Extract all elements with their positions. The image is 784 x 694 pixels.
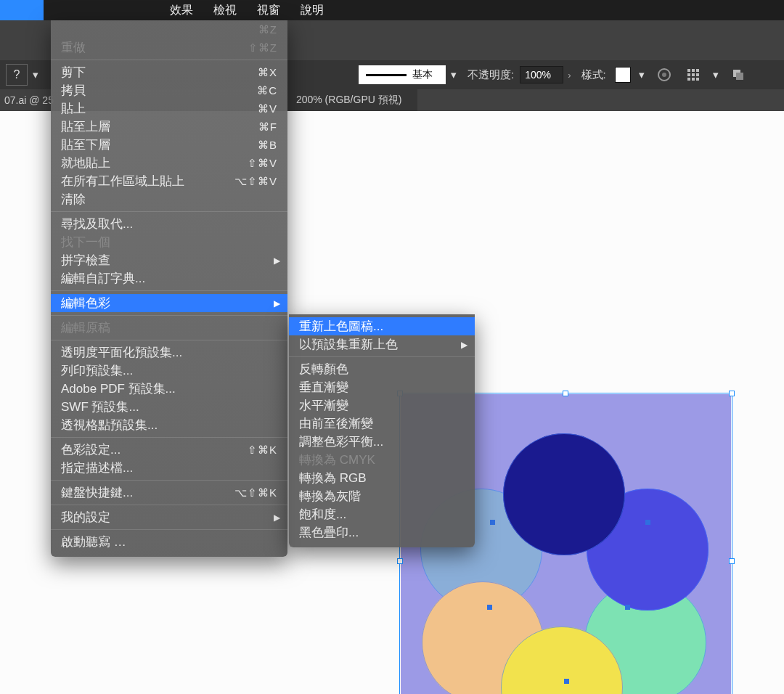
selection-handle[interactable]	[397, 558, 403, 564]
chevron-down-icon[interactable]: ▾	[638, 71, 645, 78]
menu-separator	[51, 290, 287, 291]
stroke-line-icon	[366, 74, 407, 76]
edit-menu-item[interactable]: 貼上⌘V	[51, 99, 287, 118]
doc-tab-left: 07.ai @ 25	[0, 94, 54, 106]
menu-shortcut: ⌘Z	[258, 23, 277, 36]
edit-colors-submenu: 重新上色圖稿...以預設集重新上色▶反轉顏色垂直漸變水平漸變由前至後漸變調整色彩…	[289, 314, 475, 547]
edit-menu-item: ⌘Z	[51, 20, 287, 38]
color-menu-item[interactable]: 飽和度...	[289, 505, 475, 523]
arrange-icon[interactable]	[728, 65, 748, 85]
color-menu-item[interactable]: 轉換為灰階	[289, 487, 475, 505]
edit-menu-item[interactable]: Adobe PDF 預設集...	[51, 380, 287, 398]
menubar-item-view[interactable]: 檢視	[203, 0, 247, 20]
edit-menu-item[interactable]: 貼至上層⌘F	[51, 118, 287, 136]
chevron-right-icon[interactable]: ›	[568, 70, 571, 81]
menu-item-label: 列印預設集...	[61, 362, 277, 379]
edit-menu-item[interactable]: 色彩設定...⇧⌘K	[51, 441, 287, 459]
menu-item-label: 找下一個	[61, 234, 277, 250]
color-menu-item[interactable]: 調整色彩平衡...	[289, 433, 475, 451]
edit-menu-item[interactable]: 剪下⌘X	[51, 63, 287, 81]
anchor-point[interactable]	[490, 520, 495, 525]
edit-menu-item[interactable]: 尋找及取代...	[51, 215, 287, 233]
selection-handle[interactable]	[563, 391, 568, 396]
selection-handle[interactable]	[729, 558, 735, 564]
anchor-point[interactable]	[645, 520, 650, 525]
color-menu-item[interactable]: 重新上色圖稿...	[289, 317, 475, 335]
edit-menu-item[interactable]: 啟動聽寫 …	[51, 533, 287, 551]
menubar-item-help[interactable]: 說明	[290, 0, 334, 20]
menu-item-label: 拷貝	[61, 82, 242, 99]
menu-item-label: 水平漸變	[299, 397, 465, 414]
edit-menu-item[interactable]: 編輯色彩▶	[51, 294, 287, 312]
submenu-arrow-icon: ▶	[274, 298, 280, 309]
edit-menu-item: 找下一個	[51, 233, 287, 251]
edit-menu-item[interactable]: 編輯自訂字典...	[51, 269, 287, 287]
color-menu-item[interactable]: 以預設集重新上色▶	[289, 335, 475, 354]
color-menu-item[interactable]: 垂直漸變	[289, 378, 475, 396]
color-menu-item[interactable]: 水平漸變	[289, 396, 475, 415]
stroke-style-label: 基本	[412, 68, 433, 81]
stroke-style-dropdown[interactable]: 基本	[359, 65, 446, 84]
opacity-input[interactable]	[520, 66, 563, 83]
edit-menu-item[interactable]: 列印預設集...	[51, 362, 287, 380]
menu-item-label: SWF 預設集...	[61, 399, 277, 415]
color-menu-item[interactable]: 黑色疊印...	[289, 523, 475, 542]
svg-rect-3	[692, 69, 695, 72]
menu-shortcut: ⌘C	[257, 84, 277, 97]
svg-rect-10	[696, 78, 699, 81]
edit-menu-item[interactable]: 就地貼上⇧⌘V	[51, 154, 287, 172]
edit-menu-item[interactable]: SWF 預設集...	[51, 398, 287, 416]
edit-menu-item[interactable]: 透明度平面化預設集...	[51, 343, 287, 362]
document-tab[interactable]: 200% (RGB/GPU 預視)	[286, 89, 417, 111]
menu-shortcut: ⇧⌘Z	[248, 41, 277, 54]
edit-menu-item[interactable]: 透視格點預設集...	[51, 416, 287, 434]
menu-item-label: 調整色彩平衡...	[299, 433, 465, 450]
opacity-label: 不透明度:	[467, 68, 514, 82]
menu-item-label: 指定描述檔...	[61, 460, 277, 476]
svg-rect-5	[687, 73, 690, 76]
chevron-down-icon[interactable]: ▾	[32, 71, 39, 78]
anchor-point[interactable]	[625, 605, 630, 610]
selection-handle[interactable]	[729, 391, 735, 396]
menu-separator	[51, 529, 287, 530]
edit-menu-item[interactable]: 在所有工作區域上貼上⌥⇧⌘V	[51, 172, 287, 190]
chevron-down-icon[interactable]: ▾	[450, 71, 457, 78]
edit-menu-item[interactable]: 拼字檢查▶	[51, 251, 287, 269]
menu-item-label: 編輯自訂字典...	[61, 270, 277, 287]
edit-menu-item[interactable]: 清除	[51, 190, 287, 208]
submenu-arrow-icon: ▶	[274, 256, 280, 266]
menu-separator	[51, 505, 287, 505]
color-menu-item[interactable]: 由前至後漸變	[289, 415, 475, 433]
menubar-item-effect[interactable]: 效果	[160, 0, 203, 20]
help-button[interactable]: ?	[6, 64, 28, 86]
menu-shortcut: ⌥⇧⌘V	[234, 175, 277, 188]
edit-menu-item[interactable]: 鍵盤快捷鍵...⌥⇧⌘K	[51, 483, 287, 502]
menubar-item-window[interactable]: 視窗	[247, 0, 290, 20]
edit-menu-item[interactable]: 拷貝⌘C	[51, 81, 287, 99]
color-menu-item[interactable]: 反轉顏色	[289, 360, 475, 378]
menu-item-label: 在所有工作區域上貼上	[61, 173, 220, 189]
menu-item-label: 轉換為灰階	[299, 488, 465, 505]
edit-menu-item[interactable]: 指定描述檔...	[51, 459, 287, 477]
menu-item-label: 轉換為 RGB	[299, 470, 465, 486]
menu-item-label: 拼字檢查	[61, 252, 277, 269]
chevron-down-icon[interactable]: ▾	[712, 71, 719, 78]
recolor-icon[interactable]	[654, 65, 674, 85]
edit-menu-item[interactable]: 貼至下層⌘B	[51, 136, 287, 154]
menu-shortcut: ⌘V	[258, 102, 277, 115]
edit-menu-item[interactable]: 我的設定▶	[51, 508, 287, 526]
menu-item-label: 重做	[61, 39, 234, 56]
svg-rect-2	[687, 69, 690, 72]
anchor-point[interactable]	[564, 679, 569, 684]
svg-rect-12	[736, 73, 743, 80]
menubar-item-edit[interactable]	[0, 0, 44, 20]
align-icon[interactable]	[683, 65, 703, 85]
style-swatch[interactable]	[615, 67, 631, 83]
svg-rect-4	[696, 69, 699, 72]
anchor-point[interactable]	[487, 605, 492, 610]
menu-item-label: 反轉顏色	[299, 361, 465, 377]
color-menu-item[interactable]: 轉換為 RGB	[289, 469, 475, 487]
menu-shortcut: ⇧⌘V	[248, 157, 277, 170]
menu-shortcut: ⌘B	[258, 139, 277, 152]
menu-separator	[289, 356, 475, 357]
